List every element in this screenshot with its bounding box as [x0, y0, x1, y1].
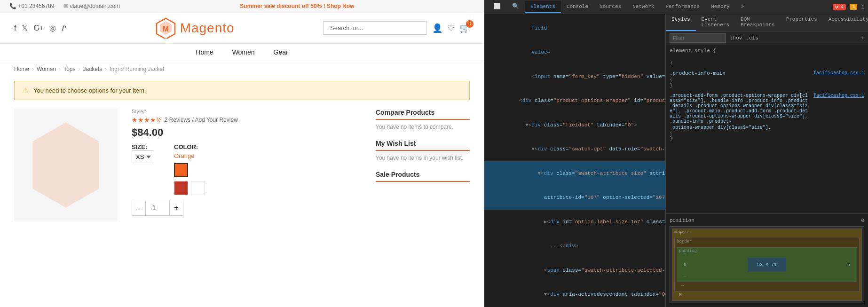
tree-line-selected[interactable]: ▼<div class="swatch-attribute size" attr…: [484, 161, 665, 186]
info-count: 1: [861, 4, 864, 10]
tree-line[interactable]: ▼<div class="fieldset" tabindex="0">: [484, 113, 665, 137]
twitter-icon[interactable]: 𝕏: [22, 24, 28, 32]
color-swatch-red[interactable]: [174, 181, 188, 195]
breadcrumb-women[interactable]: Women: [37, 66, 56, 72]
style-close-brace: }: [670, 60, 864, 66]
qty-plus-button[interactable]: +: [169, 200, 183, 216]
tree-line[interactable]: <span class="swatch-attribute-selected-o…: [484, 258, 665, 283]
cart-icon-wrap[interactable]: 🛒 0: [459, 23, 470, 33]
magento-logo-icon: M: [155, 17, 176, 39]
color-swatches-row1: [174, 163, 205, 177]
devtools-tab-icon1[interactable]: ⬜: [488, 0, 506, 14]
styles-filter-input[interactable]: [670, 33, 726, 43]
margin-top-value: 7: [674, 231, 860, 238]
tree-line[interactable]: field: [484, 16, 665, 40]
phone-icon: 📞: [9, 3, 18, 9]
product-info: Style# ★★★★½ 2 Reviews / Add Your Review…: [132, 109, 362, 302]
nav-women[interactable]: Women: [232, 48, 255, 56]
instagram-icon[interactable]: ◎: [49, 24, 56, 32]
promo-banner: Summer sale discount off 50% ! Shop Now: [120, 3, 474, 9]
box-padding-layer: padding — 0 53 × 71: [677, 247, 857, 282]
devtools-tab-memory[interactable]: Memory: [705, 1, 735, 13]
review-count[interactable]: 2 Reviews / Add Your Review: [165, 117, 238, 123]
devtools-tab-icon2[interactable]: 🔍: [506, 0, 525, 14]
border-label: border: [677, 239, 692, 244]
box-content: 53 × 71: [748, 258, 786, 272]
email-address: ✉ claue@domain.com: [63, 3, 120, 9]
sale-section: Sale Products: [376, 171, 470, 182]
qty-input[interactable]: [146, 200, 169, 216]
cart-badge: 0: [466, 20, 473, 28]
styles-sub-tab-event-listeners[interactable]: Event Listeners: [696, 14, 735, 31]
color-swatch-white[interactable]: [191, 181, 205, 195]
color-option: COLOR: Orange: [174, 143, 205, 195]
qty-minus-button[interactable]: -: [132, 200, 146, 216]
tree-line[interactable]: <div class="product-options-wrapper" id=…: [484, 89, 665, 113]
product-image: M: [14, 109, 118, 221]
facebook-icon[interactable]: f: [14, 24, 16, 32]
tree-line[interactable]: <input name="form_key" type="hidden" val…: [484, 64, 665, 89]
devtools-tabs: ⬜ 🔍 Elements Console Sources Network Per…: [484, 0, 868, 14]
style-brace: {: [670, 77, 864, 83]
wishlist-icon[interactable]: ♡: [447, 23, 455, 33]
element-style-label: element.style {: [670, 48, 864, 54]
styles-sub-tab-dom-breakpoints[interactable]: DOM Breakpoints: [735, 14, 781, 31]
breadcrumb-tops[interactable]: Tops: [63, 66, 75, 72]
devtools-tab-network[interactable]: Network: [627, 1, 660, 13]
size-option: SIZE: XS S M L XL: [132, 143, 160, 163]
quantity-row: - +: [132, 200, 362, 216]
color-label: COLOR:: [174, 143, 205, 150]
site-logo[interactable]: M Magento: [155, 17, 235, 39]
social-links: f 𝕏 G+ ◎ 𝑃: [14, 24, 66, 32]
devtools-tab-sources[interactable]: Sources: [594, 1, 627, 13]
style-source-2[interactable]: facificashop.css:1: [813, 93, 864, 98]
breadcrumb-home[interactable]: Home: [14, 66, 29, 72]
breadcrumb-jackets[interactable]: Jackets: [83, 66, 103, 72]
style-rule-header: .product-info-main facificashop.css:1: [670, 71, 864, 77]
styles-filter-row: :hov .cls +: [666, 31, 868, 45]
pinterest-icon[interactable]: 𝑃: [62, 24, 66, 32]
google-plus-icon[interactable]: G+: [33, 24, 44, 32]
alert-icon: ⚠: [22, 86, 29, 95]
email-icon: ✉: [63, 3, 70, 9]
content-left-right: 0 53 × 71 5: [679, 257, 855, 273]
style-selector-2[interactable]: .product-add-form .product-options-wrapp…: [670, 93, 811, 124]
styles-pseudo-filter[interactable]: :hov: [730, 35, 742, 41]
devtools-tab-more[interactable]: »: [735, 1, 750, 13]
top-bar-left: 📞 +01 23456789 ✉ claue@domain.com: [9, 3, 120, 9]
devtools-tab-elements[interactable]: Elements: [525, 1, 561, 13]
styles-sub-tab-accessibility[interactable]: Accessibility: [823, 14, 868, 31]
main-navigation: Home Women Gear: [0, 44, 484, 61]
nav-gear[interactable]: Gear: [274, 48, 288, 56]
size-select[interactable]: XS S M L XL: [132, 150, 154, 163]
devtools-tab-console[interactable]: Console: [561, 1, 594, 13]
tree-line[interactable]: value=: [484, 40, 665, 65]
color-swatch-orange[interactable]: [174, 163, 188, 177]
nav-home[interactable]: Home: [196, 48, 213, 56]
product-sidebar: Compare Products You have no items to co…: [376, 109, 470, 302]
warning-badge: 1: [850, 4, 857, 10]
styles-sub-tab-properties[interactable]: Properties: [781, 14, 823, 31]
breadcrumb: Home › Women › Tops › Jackets › Ingrid R…: [0, 61, 484, 77]
styles-cls-filter[interactable]: .cls: [746, 35, 758, 41]
tree-line[interactable]: ...</div>: [484, 234, 665, 259]
styles-sub-tabs: Styles Event Listeners DOM Breakpoints P…: [666, 14, 868, 31]
style-close: }: [670, 83, 864, 88]
style-source[interactable]: facificashop.css:1: [813, 71, 864, 77]
style-selector[interactable]: .product-info-main: [670, 71, 726, 76]
options-section: SIZE: XS S M L XL COLOR: Orange: [132, 143, 362, 216]
devtools-tab-performance[interactable]: Performance: [660, 1, 705, 13]
styles-sub-tab-styles[interactable]: Styles: [666, 14, 696, 31]
tree-line[interactable]: ▼<div aria-activedescendant tabindex="0"…: [484, 283, 665, 307]
tree-line[interactable]: ▼<div class="swatch-opt" data-role="swat…: [484, 137, 665, 162]
tree-line-selected2[interactable]: attribute-id="167" option-selected="167"…: [484, 186, 665, 210]
tree-line[interactable]: ▶<div id="option-label-size-167" class="…: [484, 210, 665, 234]
devtools-body: field value= <input name="form_key" type…: [484, 14, 868, 307]
style-prop: [670, 55, 864, 60]
breadcrumb-current: Ingrid Running Jacket: [110, 66, 164, 72]
styles-add-rule-button[interactable]: +: [860, 34, 864, 42]
style-rule-2: .product-add-form .product-options-wrapp…: [670, 93, 864, 142]
padding-value: —: [679, 250, 855, 257]
account-icon[interactable]: 👤: [432, 23, 442, 33]
search-input[interactable]: [323, 21, 426, 35]
